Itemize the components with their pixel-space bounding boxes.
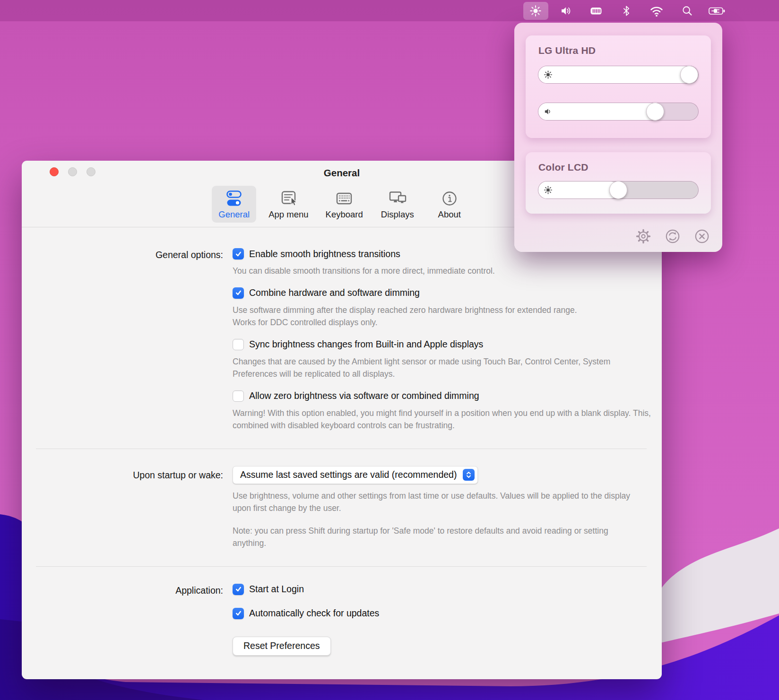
checkbox-auto-updates[interactable] [233,608,244,619]
sun-icon [543,185,553,195]
menubar-volume-icon[interactable] [555,0,577,21]
checkbox-allow-zero-brightness[interactable] [233,390,244,402]
menubar-battery-icon[interactable] [706,0,728,21]
displays-icon [386,189,409,209]
startup-mode-select[interactable]: Assume last saved settings are valid (re… [233,466,478,484]
display-card-color-lcd: Color LCD [526,152,711,214]
checkbox-label: Enable smooth brightness transitions [249,249,400,259]
section-divider [36,449,647,449]
tab-displays[interactable]: Displays [375,186,420,223]
note-text: Note: you can press Shift during startup… [233,525,637,550]
help-text: Use brightness, volume and other setting… [233,490,644,515]
selected-option: Assume last saved settings are valid (re… [240,469,457,480]
checkbox-smooth-transitions[interactable] [233,248,244,259]
slider-thumb[interactable] [646,103,664,121]
slider-fill [538,103,660,120]
info-icon [440,189,459,209]
startup-label: Upon startup or wake: [22,466,223,550]
menu-bar [0,0,779,21]
section-divider [36,566,647,567]
display-name: Color LCD [526,152,711,173]
tab-about[interactable]: About [427,186,472,223]
tab-keyboard[interactable]: Keyboard [321,186,368,223]
menubar-keyboard-brightness-icon[interactable] [585,0,607,21]
brightness-popover: LG Ultra HD [514,23,722,252]
slider-thumb[interactable] [680,66,698,84]
tab-label: General [218,209,250,220]
tab-label: App menu [268,209,308,220]
lg-volume-slider[interactable] [538,103,699,121]
toggles-icon [224,189,244,209]
tab-label: Keyboard [326,209,363,220]
checkbox-label: Sync brightness changes from Built-in an… [249,339,483,350]
checkbox-label: Automatically check for updates [249,608,379,619]
tab-label: About [438,209,461,220]
checkbox-label: Combine hardware and software dimming [249,287,420,298]
app-menu-icon [278,189,299,209]
lcd-brightness-slider[interactable] [538,181,699,199]
close-popover-icon[interactable] [694,228,710,244]
tab-app-menu[interactable]: App menu [264,186,313,223]
checkbox-sync-brightness[interactable] [233,339,244,350]
slider-thumb[interactable] [609,181,627,199]
checkbox-label: Start at Login [249,584,304,595]
checkbox-start-at-login[interactable] [233,584,244,595]
menubar-spotlight-icon[interactable] [676,0,698,21]
checkbox-combine-dimming[interactable] [233,287,244,299]
help-text: Changes that are caused by the Ambient l… [233,355,644,380]
settings-gear-icon[interactable] [635,228,651,244]
tab-general[interactable]: General [212,186,256,223]
preferences-content: General options: Enable smooth brightnes… [22,227,662,656]
keyboard-icon [334,189,355,209]
refresh-icon[interactable] [665,228,681,244]
help-text: Warning! With this option enabled, you m… [233,407,653,432]
display-name: LG Ultra HD [526,35,711,56]
lg-brightness-slider[interactable] [538,66,699,84]
select-chevrons-icon [463,469,475,481]
display-card-lg-ultra-hd: LG Ultra HD [526,35,711,138]
speaker-icon [543,107,553,117]
menubar-bluetooth-icon[interactable] [615,0,637,21]
general-options-label: General options: [22,248,223,432]
sun-icon [543,70,553,80]
desktop: General General [0,0,779,700]
application-label: Application: [22,584,223,656]
help-text: You can disable smooth transitions for a… [233,265,649,277]
menubar-wifi-icon[interactable] [646,0,667,21]
reset-preferences-button[interactable]: Reset Preferences [233,637,331,656]
checkbox-label: Allow zero brightness via software or co… [249,390,479,401]
tab-label: Displays [381,209,414,220]
menubar-brightness-icon[interactable] [523,2,548,20]
help-text: Use software dimming after the display r… [233,304,582,329]
slider-fill [538,66,698,83]
